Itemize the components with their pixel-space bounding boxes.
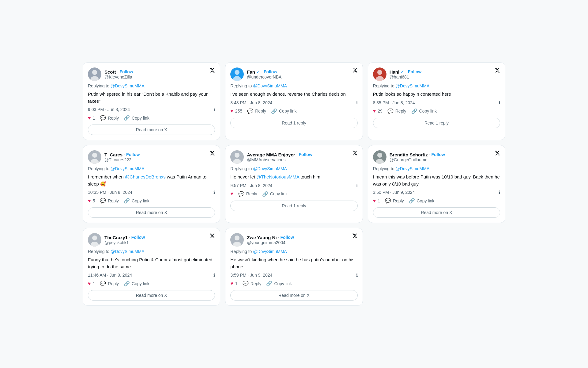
mention[interactable]: @CharlesDoBronxs bbox=[125, 174, 166, 179]
follow-button[interactable]: Follow bbox=[432, 152, 445, 157]
follow-button[interactable]: Follow bbox=[264, 69, 277, 74]
copy-link-action[interactable]: 🔗 Copy link bbox=[124, 281, 149, 286]
x-logo-icon[interactable] bbox=[495, 67, 500, 75]
reply-action[interactable]: 💬 Reply bbox=[385, 198, 404, 204]
copy-link-action[interactable]: 🔗 Copy link bbox=[124, 115, 149, 121]
copy-link-label: Copy link bbox=[132, 198, 149, 203]
tweet-header-left: Brendito Schortiz · Follow @GeorgeGuilla… bbox=[373, 150, 445, 164]
like-action[interactable]: ♥ 5 bbox=[88, 198, 95, 204]
copy-icon: 🔗 bbox=[124, 198, 130, 204]
user-info: Hani ✓ · Follow @hani681 bbox=[390, 69, 422, 79]
user-info: Fan ✓ · Follow @undercoverNBA bbox=[247, 69, 281, 79]
x-logo-icon[interactable] bbox=[352, 233, 358, 240]
like-action[interactable]: ♥ 1 bbox=[373, 198, 380, 204]
reply-action[interactable]: 💬 Reply bbox=[243, 281, 262, 286]
replying-mention[interactable]: @DovySimuMMA bbox=[396, 166, 430, 171]
read-replies-button[interactable]: Read 1 reply bbox=[230, 118, 357, 128]
copy-link-label: Copy link bbox=[417, 198, 435, 203]
copy-link-action[interactable]: 🔗 Copy link bbox=[124, 198, 149, 204]
like-action[interactable]: ♥ 1 bbox=[230, 281, 237, 286]
copy-link-action[interactable]: 🔗 Copy link bbox=[411, 108, 437, 114]
reply-icon: 💬 bbox=[387, 108, 394, 114]
x-logo-icon[interactable] bbox=[209, 150, 215, 157]
tweet-header: T_Cares · Follow @T_cares222 bbox=[88, 150, 215, 164]
avatar bbox=[230, 233, 244, 247]
follow-button[interactable]: Follow bbox=[408, 69, 421, 74]
like-count: 1 bbox=[235, 281, 238, 286]
read-more-button[interactable]: Read more on X bbox=[88, 207, 215, 218]
info-icon[interactable]: ℹ bbox=[213, 273, 215, 278]
reply-action[interactable]: 💬 Reply bbox=[238, 191, 257, 197]
user-info: Zwe Yaung Ni · Follow @youngnimma2004 bbox=[247, 235, 294, 245]
like-action[interactable]: ♥ 1 bbox=[88, 281, 95, 286]
read-more-button[interactable]: Read more on X bbox=[230, 290, 357, 301]
replying-mention[interactable]: @DovySimuMMA bbox=[111, 83, 145, 88]
reply-action[interactable]: 💬 Reply bbox=[247, 108, 266, 114]
time-text: 8:48 PM · Jun 8, 2024 bbox=[230, 100, 272, 105]
info-icon[interactable]: ℹ bbox=[499, 100, 500, 105]
copy-icon: 🔗 bbox=[262, 191, 268, 197]
follow-button[interactable]: Follow bbox=[126, 152, 140, 157]
x-logo-icon[interactable] bbox=[352, 67, 358, 75]
tweet-text: Funny that he's touching Putin & Conor a… bbox=[88, 256, 215, 270]
reply-icon: 💬 bbox=[243, 281, 249, 286]
info-icon[interactable]: ℹ bbox=[213, 107, 215, 112]
copy-link-action[interactable]: 🔗 Copy link bbox=[266, 281, 292, 286]
dot-separator: · bbox=[261, 69, 262, 74]
x-logo-icon[interactable] bbox=[352, 150, 358, 157]
replying-mention[interactable]: @DovySimuMMA bbox=[396, 83, 430, 88]
read-replies-button[interactable]: Read 1 reply bbox=[230, 201, 357, 211]
read-more-button[interactable]: Read more on X bbox=[88, 125, 215, 135]
follow-button[interactable]: Follow bbox=[119, 69, 133, 74]
user-name: Brendito Schortiz bbox=[390, 152, 428, 157]
like-action[interactable]: ♥ 29 bbox=[373, 108, 383, 114]
svg-point-16 bbox=[377, 153, 382, 158]
tweet-header-left: Zwe Yaung Ni · Follow @youngnimma2004 bbox=[230, 233, 294, 247]
tweet-time: 10:35 PM · Jun 8, 2024 ℹ bbox=[88, 190, 215, 195]
reply-action[interactable]: 💬 Reply bbox=[100, 198, 119, 204]
reply-icon: 💬 bbox=[100, 198, 106, 204]
user-name: T_Cares bbox=[104, 152, 123, 157]
tweet-text: I mean this was before Putin was 10/10 b… bbox=[373, 174, 500, 187]
reply-label: Reply bbox=[251, 281, 262, 286]
copy-link-action[interactable]: 🔗 Copy link bbox=[262, 191, 288, 197]
tweet-header-left: Average MMA Enjoyer · Follow @MMAobserva… bbox=[230, 150, 312, 164]
reply-label: Reply bbox=[395, 109, 406, 113]
heart-icon: ♥ bbox=[230, 191, 233, 197]
follow-button[interactable]: Follow bbox=[299, 152, 312, 157]
info-icon[interactable]: ℹ bbox=[356, 273, 358, 278]
copy-link-action[interactable]: 🔗 Copy link bbox=[271, 108, 297, 114]
tweet-card-tweet-2: Fan ✓ · Follow @undercoverNBA Replying t… bbox=[225, 62, 363, 140]
follow-button[interactable]: Follow bbox=[280, 235, 294, 240]
reply-action[interactable]: 💬 Reply bbox=[387, 108, 406, 114]
read-more-button[interactable]: Read more on X bbox=[373, 207, 500, 218]
like-action[interactable]: ♥ 255 bbox=[230, 108, 242, 114]
read-replies-button[interactable]: Read 1 reply bbox=[373, 118, 500, 128]
reply-action[interactable]: 💬 Reply bbox=[100, 281, 119, 286]
x-logo-icon[interactable] bbox=[209, 67, 215, 75]
user-handle: @youngnimma2004 bbox=[247, 240, 294, 245]
like-action[interactable]: ♥ bbox=[230, 191, 233, 197]
copy-link-action[interactable]: 🔗 Copy link bbox=[409, 198, 435, 204]
x-logo-icon[interactable] bbox=[209, 233, 215, 240]
tweet-card-tweet-3: Hani ✓ · Follow @hani681 Replying to @Do… bbox=[368, 62, 505, 140]
replying-mention[interactable]: @DovySimuMMA bbox=[253, 166, 287, 171]
x-logo-icon[interactable] bbox=[495, 150, 500, 157]
info-icon[interactable]: ℹ bbox=[356, 100, 358, 105]
reply-action[interactable]: 💬 Reply bbox=[100, 115, 119, 121]
replying-mention[interactable]: @DovySimuMMA bbox=[111, 249, 145, 254]
info-icon[interactable]: ℹ bbox=[499, 190, 500, 195]
user-name-row: Scott · Follow bbox=[104, 69, 133, 75]
mention[interactable]: @TheNotoriousMMA bbox=[256, 174, 299, 179]
heart-icon: ♥ bbox=[373, 198, 376, 204]
info-icon[interactable]: ℹ bbox=[356, 183, 358, 188]
replying-mention[interactable]: @DovySimuMMA bbox=[253, 249, 287, 254]
read-more-button[interactable]: Read more on X bbox=[88, 290, 215, 301]
reply-icon: 💬 bbox=[100, 281, 106, 286]
heart-icon: ♥ bbox=[230, 281, 233, 286]
follow-button[interactable]: Follow bbox=[131, 235, 145, 240]
like-action[interactable]: ♥ 1 bbox=[88, 115, 95, 121]
info-icon[interactable]: ℹ bbox=[213, 190, 215, 195]
replying-mention[interactable]: @DovySimuMMA bbox=[253, 83, 287, 88]
replying-mention[interactable]: @DovySimuMMA bbox=[111, 166, 145, 171]
